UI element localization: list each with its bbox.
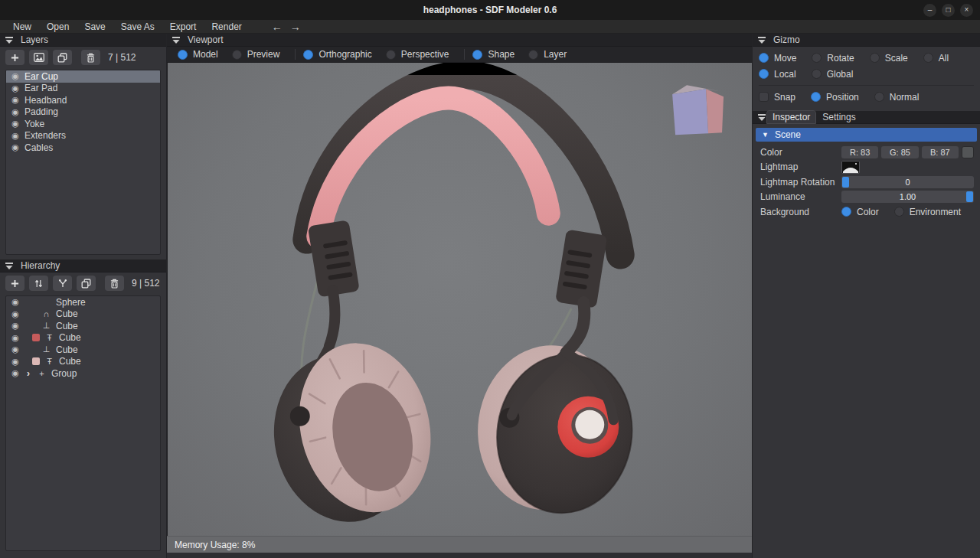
duplicate-layer-button[interactable] <box>53 50 72 65</box>
menu-save[interactable]: Save <box>77 21 112 32</box>
layer-row-yoke[interactable]: ◉ Yoke <box>6 118 160 130</box>
layers-panel-header[interactable]: Layers <box>0 34 166 47</box>
radio-icon[interactable] <box>874 92 884 102</box>
visibility-eye-icon[interactable]: ◉ <box>11 96 20 104</box>
hierarchy-panel-header[interactable]: Hierarchy <box>0 259 166 272</box>
reorder-button[interactable] <box>29 276 48 291</box>
radio-icon[interactable] <box>894 207 904 217</box>
hierarchy-row-sphere[interactable]: ◉ Sphere <box>6 296 160 308</box>
color-g-field[interactable]: G: 85 <box>881 146 918 158</box>
radio-icon[interactable] <box>472 50 482 60</box>
add-layer-button[interactable] <box>5 50 24 65</box>
toggle-model[interactable]: Model <box>175 49 229 60</box>
visibility-eye-icon[interactable]: ◉ <box>11 132 20 140</box>
tab-settings[interactable]: Settings <box>817 111 861 123</box>
toggle-layer[interactable]: Layer <box>525 49 577 60</box>
radio-icon[interactable] <box>759 53 769 63</box>
collapse-icon[interactable] <box>5 263 13 269</box>
layer-row-extenders[interactable]: ◉ Extenders <box>6 130 160 142</box>
minimize-button[interactable]: – <box>923 4 936 17</box>
visibility-eye-icon[interactable]: ◉ <box>11 143 20 152</box>
layer-row-ear-cup[interactable]: ◉ Ear Cup <box>6 70 160 83</box>
hierarchy-row-cube-4[interactable]: ◉ ⊥ Cube <box>6 344 160 356</box>
gizmo-panel-header[interactable]: Gizmo <box>753 34 980 47</box>
radio-icon[interactable] <box>870 53 880 63</box>
radio-icon[interactable] <box>232 50 242 60</box>
layer-row-padding[interactable]: ◉ Padding <box>6 106 160 119</box>
gizmo-mode-move[interactable]: Move <box>759 53 808 64</box>
scene-color-swatch[interactable] <box>962 146 974 158</box>
gizmo-space-global[interactable]: Global <box>812 69 866 80</box>
visibility-eye-icon[interactable]: ◉ <box>11 310 20 318</box>
gizmo-snap-normal[interactable]: Normal <box>874 92 932 103</box>
hierarchy-row-cube-1[interactable]: ◉ ∩ Cube <box>6 308 160 321</box>
collapse-icon[interactable] <box>758 114 766 121</box>
visibility-eye-icon[interactable]: ◉ <box>11 321 20 330</box>
radio-icon[interactable] <box>759 69 769 79</box>
color-r-field[interactable]: R: 83 <box>841 146 878 158</box>
menu-open[interactable]: Open <box>40 21 76 32</box>
3d-viewport-canvas[interactable] <box>167 63 752 536</box>
orientation-cube[interactable] <box>672 85 724 135</box>
collapse-icon[interactable] <box>758 37 766 44</box>
layer-row-cables[interactable]: ◉ Cables <box>6 142 160 154</box>
layer-image-button[interactable] <box>29 50 48 65</box>
layer-row-headband[interactable]: ◉ Headband <box>6 94 160 106</box>
collapse-icon[interactable] <box>172 37 180 44</box>
delete-layer-button[interactable] <box>81 50 100 65</box>
material-color-swatch[interactable] <box>32 357 40 365</box>
menu-save-as[interactable]: Save As <box>114 21 162 32</box>
close-button[interactable]: × <box>960 4 973 17</box>
menu-export[interactable]: Export <box>163 21 204 32</box>
visibility-eye-icon[interactable]: ◉ <box>11 84 20 93</box>
radio-icon[interactable] <box>386 50 396 60</box>
viewport-panel-header[interactable]: Viewport <box>167 34 752 47</box>
expand-chevron-icon[interactable]: › <box>24 368 32 379</box>
duplicate-shape-button[interactable] <box>77 276 96 291</box>
gizmo-mode-scale[interactable]: Scale <box>870 53 920 64</box>
hierarchy-row-cube-3[interactable]: ◉ Ŧ Cube <box>6 332 160 344</box>
radio-icon[interactable] <box>811 92 821 102</box>
visibility-eye-icon[interactable]: ◉ <box>11 119 20 128</box>
collapse-icon[interactable] <box>5 37 13 44</box>
menu-render[interactable]: Render <box>204 21 248 32</box>
toggle-preview[interactable]: Preview <box>229 49 291 60</box>
radio-icon[interactable] <box>812 53 822 63</box>
color-b-field[interactable]: B: 87 <box>922 146 959 158</box>
luminance-slider[interactable]: 1.00 <box>841 191 974 203</box>
radio-icon[interactable] <box>303 50 313 60</box>
mirror-button[interactable] <box>53 276 72 291</box>
visibility-eye-icon[interactable]: ◉ <box>11 108 20 116</box>
toggle-orthographic[interactable]: Orthographic <box>300 49 382 60</box>
material-color-swatch[interactable] <box>32 334 40 341</box>
maximize-button[interactable]: □ <box>942 4 955 17</box>
menu-new[interactable]: New <box>6 21 38 32</box>
hierarchy-row-group[interactable]: ◉ › + Group <box>6 367 160 380</box>
hierarchy-row-cube-2[interactable]: ◉ ⊥ Cube <box>6 320 160 332</box>
toggle-shape[interactable]: Shape <box>469 49 525 60</box>
gizmo-snap-toggle[interactable]: Snap <box>759 92 808 103</box>
lightmap-thumbnail-button[interactable] <box>841 161 860 174</box>
gizmo-space-local[interactable]: Local <box>759 69 808 80</box>
hierarchy-row-cube-5[interactable]: ◉ Ŧ Cube <box>6 356 160 368</box>
layer-row-ear-pad[interactable]: ◉ Ear Pad <box>6 83 160 95</box>
ear-cup-left[interactable] <box>259 329 448 535</box>
gizmo-snap-position[interactable]: Position <box>811 92 871 103</box>
tab-inspector[interactable]: Inspector <box>767 111 815 123</box>
gizmo-mode-rotate[interactable]: Rotate <box>812 53 866 64</box>
checkbox-icon[interactable] <box>759 92 769 102</box>
visibility-eye-icon[interactable]: ◉ <box>11 345 20 354</box>
radio-icon[interactable] <box>178 50 188 60</box>
visibility-eye-icon[interactable]: ◉ <box>11 357 20 366</box>
toggle-perspective[interactable]: Perspective <box>383 49 460 60</box>
visibility-eye-icon[interactable]: ◉ <box>11 369 20 377</box>
delete-shape-button[interactable] <box>105 276 124 291</box>
gizmo-mode-all[interactable]: All <box>923 53 961 64</box>
headphones-model[interactable] <box>259 75 642 535</box>
scene-section-header[interactable]: ▼ Scene <box>756 128 977 142</box>
radio-icon[interactable] <box>812 69 822 79</box>
lightmap-rotation-slider[interactable]: 0 <box>841 176 974 188</box>
add-shape-button[interactable] <box>5 276 24 291</box>
redo-forward-icon[interactable]: → <box>290 21 301 33</box>
background-environment-option[interactable]: Environment <box>894 207 973 217</box>
